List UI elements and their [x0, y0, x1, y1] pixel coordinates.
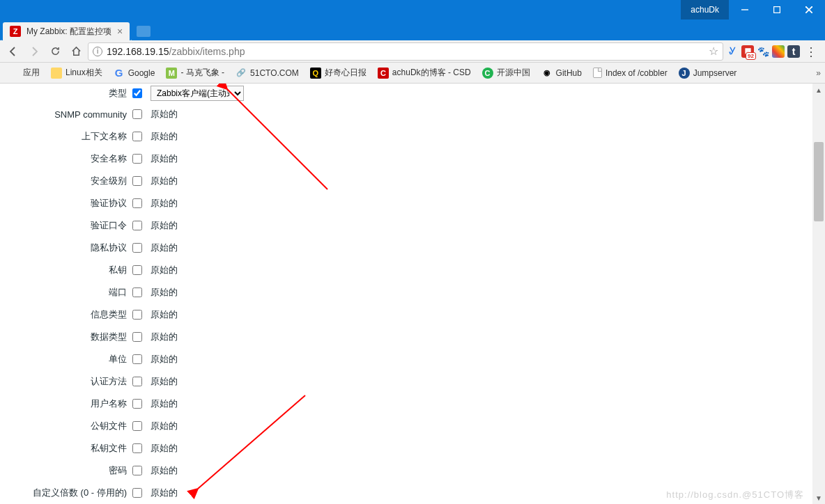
checkbox-port[interactable]	[132, 288, 142, 297]
value-password: 原始的	[151, 464, 178, 477]
value-authproto: 原始的	[151, 197, 178, 210]
label-datatype: 数据类型	[0, 331, 132, 343]
new-tab-button[interactable]	[137, 26, 151, 37]
checkbox-units[interactable]	[132, 354, 142, 364]
bookmark-qdaily[interactable]: Q好奇心日报	[306, 65, 371, 81]
value-secname: 原始的	[151, 152, 178, 165]
label-privproto: 隐私协议	[0, 242, 132, 254]
qdaily-icon: Q	[310, 68, 321, 79]
chrome-user-chip[interactable]: achuDk	[681, 0, 729, 19]
label-privkey: 私钥	[0, 264, 132, 276]
svg-rect-1	[774, 7, 780, 13]
checkbox-secname[interactable]	[132, 154, 142, 164]
value-privproto: 原始的	[151, 242, 178, 254]
browser-toolbar: i 192.168.19.15/zabbix/items.php ☆ Ꮍ 🞓92…	[0, 40, 825, 63]
value-pubkey: 原始的	[151, 420, 178, 432]
bookmarks-overflow[interactable]: »	[816, 68, 821, 78]
extension-icon-1[interactable]: Ꮍ	[726, 45, 739, 58]
checkbox-password[interactable]	[132, 466, 142, 475]
checkbox-type[interactable]	[132, 88, 142, 98]
watermark-text: http://blog.csdn.@51CTO博客	[666, 489, 804, 501]
label-units: 单位	[0, 353, 132, 365]
apps-icon	[8, 68, 20, 79]
checkbox-context[interactable]	[132, 132, 142, 141]
bookmark-google[interactable]: GGoogle	[109, 65, 160, 81]
checkbox-authpass[interactable]	[132, 221, 142, 230]
maxiang-icon: M	[166, 68, 177, 79]
bookmark-csdn[interactable]: CachuDk的博客 - CSD	[373, 65, 475, 81]
label-authmethod: 认证方法	[0, 375, 132, 388]
checkbox-privkey[interactable]	[132, 265, 142, 275]
value-authmethod: 原始的	[151, 375, 178, 388]
bookmark-linux[interactable]: Linux相关	[47, 65, 107, 81]
bookmark-github[interactable]: ◉GitHub	[537, 65, 586, 81]
label-username: 用户名称	[0, 397, 132, 410]
bookmark-cobbler[interactable]: Index of /cobbler	[589, 65, 672, 80]
checkbox-privkeyfile[interactable]	[132, 443, 142, 453]
label-seclevel: 安全级别	[0, 175, 132, 187]
bookmark-jumpserver[interactable]: JJumpserver	[674, 65, 741, 81]
forward-button	[25, 42, 43, 61]
value-authpass: 原始的	[151, 219, 178, 232]
home-button[interactable]	[67, 42, 85, 61]
window-maximize[interactable]	[761, 0, 793, 19]
checkbox-snmp[interactable]	[132, 109, 142, 119]
label-context: 上下文名称	[0, 130, 132, 143]
label-pubkey: 公钥文件	[0, 420, 132, 432]
browser-menu[interactable]: ⋯	[803, 42, 821, 61]
checkbox-datatype[interactable]	[132, 332, 142, 342]
value-infotype: 原始的	[151, 308, 178, 321]
label-port: 端口	[0, 286, 132, 299]
bookmark-maxiang[interactable]: M- 马克飞象 -	[162, 65, 229, 81]
tab-title: My Zabbix: 配置监控项	[26, 26, 111, 38]
checkbox-seclevel[interactable]	[132, 176, 142, 186]
checkbox-privproto[interactable]	[132, 243, 142, 253]
extension-icon-2[interactable]: 🞓92	[741, 45, 754, 58]
label-type: 类型	[0, 87, 132, 100]
apps-shortcut[interactable]: 应用	[4, 65, 44, 81]
zabbix-favicon: Z	[10, 26, 21, 37]
link-icon: 🔗	[236, 68, 247, 79]
window-minimize[interactable]	[729, 0, 761, 19]
extension-icon-4[interactable]	[772, 45, 785, 58]
checkbox-pubkey[interactable]	[132, 421, 142, 431]
github-icon: ◉	[541, 68, 553, 79]
site-info-icon[interactable]: i	[93, 47, 102, 56]
checkbox-authproto[interactable]	[132, 198, 142, 208]
label-password: 密码	[0, 464, 132, 477]
value-units: 原始的	[151, 353, 178, 365]
label-authpass: 验证口令	[0, 219, 132, 232]
window-titlebar: achuDk	[0, 0, 825, 19]
value-snmp: 原始的	[151, 108, 178, 120]
browser-tab[interactable]: Z My Zabbix: 配置监控项 ×	[3, 22, 130, 40]
tab-strip: Z My Zabbix: 配置监控项 ×	[0, 19, 825, 40]
label-privkeyfile: 私钥文件	[0, 442, 132, 455]
file-icon	[593, 68, 602, 78]
value-multiplier: 原始的	[151, 487, 178, 499]
close-icon[interactable]: ×	[117, 26, 123, 37]
jumpserver-icon: J	[679, 68, 690, 79]
value-datatype: 原始的	[151, 331, 178, 343]
bookmark-oschina[interactable]: C开源中国	[478, 65, 534, 81]
address-bar[interactable]: i 192.168.19.15/zabbix/items.php ☆	[88, 42, 723, 61]
value-seclevel: 原始的	[151, 175, 178, 187]
checkbox-multiplier[interactable]	[132, 488, 142, 498]
checkbox-username[interactable]	[132, 399, 142, 409]
label-infotype: 信息类型	[0, 308, 132, 321]
extension-icon-5[interactable]: t	[787, 45, 800, 58]
url-text: 192.168.19.15/zabbix/items.php	[107, 46, 704, 57]
window-close[interactable]	[793, 0, 825, 19]
value-context: 原始的	[151, 130, 178, 143]
reload-button[interactable]	[46, 42, 64, 61]
value-username: 原始的	[151, 397, 178, 410]
bookmark-star-icon[interactable]: ☆	[709, 45, 718, 58]
back-button[interactable]	[4, 42, 22, 61]
select-type[interactable]: Zabbix客户端(主动式)	[151, 86, 244, 101]
checkbox-authmethod[interactable]	[132, 377, 142, 386]
checkbox-infotype[interactable]	[132, 310, 142, 320]
extension-icon-3[interactable]: 🐾	[757, 45, 769, 58]
item-form: 类型 Zabbix客户端(主动式) SNMP community原始的 上下文名…	[0, 84, 825, 504]
bookmarks-bar: 应用 Linux相关 GGoogle M- 马克飞象 - 🔗51CTO.COM …	[0, 63, 825, 84]
bookmark-51cto[interactable]: 🔗51CTO.COM	[231, 65, 303, 81]
folder-icon	[51, 68, 62, 79]
